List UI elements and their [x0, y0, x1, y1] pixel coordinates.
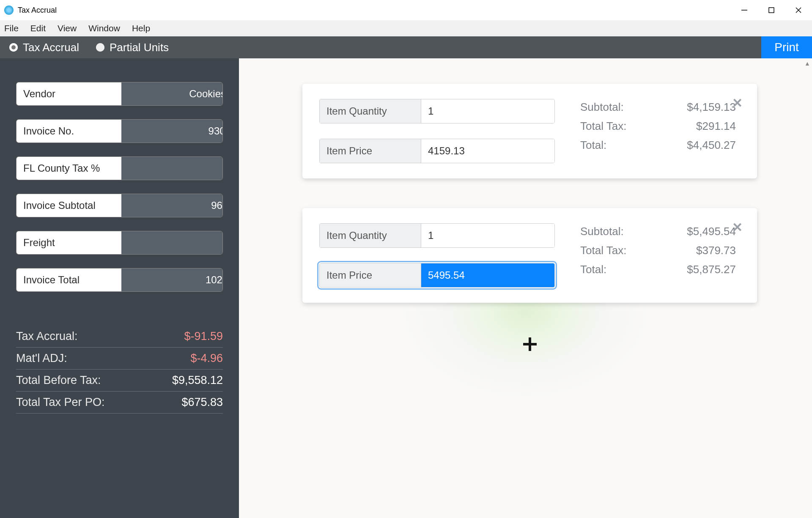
tab-partial-units[interactable]: Partial Units — [96, 41, 169, 54]
item-quantity-input[interactable] — [421, 224, 554, 247]
print-button-label: Print — [774, 41, 799, 54]
field-invoice-no-value[interactable] — [121, 120, 223, 143]
field-invoice-total-label: Invoice Total — [16, 269, 121, 291]
radio-selected-icon — [9, 43, 18, 52]
maximize-button[interactable] — [758, 0, 785, 20]
item-total-value: $4,450.27 — [668, 139, 736, 152]
item-tax-value: $379.73 — [668, 244, 736, 257]
summary-total-tax-per-po-label: Total Tax Per PO: — [16, 396, 105, 409]
summary-total-before-tax-label: Total Before Tax: — [16, 374, 101, 387]
summary-tax-accrual-value: $-91.59 — [184, 330, 223, 343]
item-total-row: Total: $4,450.27 — [580, 139, 736, 152]
field-invoice-subtotal: Invoice Subtotal — [16, 194, 223, 217]
item-quantity-label: Item Quantity — [320, 99, 421, 123]
menu-view[interactable]: View — [58, 23, 77, 33]
field-invoice-no: Invoice No. — [16, 119, 223, 143]
remove-item-button[interactable]: ✕ — [732, 220, 743, 235]
item-price-input[interactable] — [421, 139, 554, 163]
item-card: ✕ Item Quantity Item Price Subtotal: $5,… — [302, 208, 757, 303]
close-button[interactable] — [785, 0, 812, 20]
item-total-label: Total: — [580, 263, 606, 276]
summary-tax-accrual: Tax Accrual: $-91.59 — [16, 326, 223, 348]
summary-matl-adj-value: $-4.96 — [190, 352, 223, 365]
field-vendor: Vendor — [16, 82, 223, 106]
print-button[interactable]: Print — [761, 36, 812, 58]
field-invoice-subtotal-label: Invoice Subtotal — [16, 194, 121, 217]
field-invoice-no-label: Invoice No. — [16, 120, 121, 143]
field-invoice-total: Invoice Total — [16, 268, 223, 292]
plus-icon — [521, 336, 538, 353]
main: ▲ ✕ Item Quantity Item Price Subtotal: $… — [239, 58, 812, 518]
item-card: ✕ Item Quantity Item Price Subtotal: $4,… — [302, 84, 757, 178]
menu-edit[interactable]: Edit — [30, 23, 46, 33]
menu-window[interactable]: Window — [88, 23, 120, 33]
item-total-row: Total: $5,875.27 — [580, 263, 736, 276]
item-subtotal-value: $5,495.54 — [668, 225, 736, 238]
item-price-input[interactable] — [421, 263, 554, 287]
app-icon — [4, 5, 14, 15]
item-price-field: Item Price — [319, 263, 555, 288]
item-quantity-field: Item Quantity — [319, 99, 555, 123]
field-freight-value[interactable] — [121, 231, 223, 254]
maximize-icon — [768, 7, 775, 14]
summary: Tax Accrual: $-91.59 Mat'l ADJ: $-4.96 T… — [16, 326, 223, 414]
svg-rect-1 — [769, 8, 774, 13]
item-total-label: Total: — [580, 139, 606, 152]
field-vendor-value[interactable] — [121, 82, 223, 105]
menu-help[interactable]: Help — [132, 23, 150, 33]
summary-total-before-tax: Total Before Tax: $9,558.12 — [16, 370, 223, 392]
item-subtotal-value: $4,159.13 — [668, 101, 736, 114]
field-freight: Freight — [16, 231, 223, 255]
item-subtotal-label: Subtotal: — [580, 101, 624, 114]
remove-item-button[interactable]: ✕ — [732, 96, 743, 110]
summary-total-before-tax-value: $9,558.12 — [172, 374, 223, 387]
item-quantity-field: Item Quantity — [319, 223, 555, 248]
item-subtotal-row: Subtotal: $4,159.13 — [580, 101, 736, 114]
sidebar: Vendor Invoice No. FL County Tax % Invoi… — [0, 58, 239, 518]
close-icon — [795, 6, 802, 14]
optionbar: Tax Accrual Partial Units Print — [0, 36, 812, 58]
item-tax-label: Total Tax: — [580, 120, 626, 133]
summary-matl-adj-label: Mat'l ADJ: — [16, 352, 67, 365]
tab-tax-accrual-label: Tax Accrual — [23, 41, 79, 54]
summary-total-tax-per-po-value: $675.83 — [181, 396, 223, 409]
field-invoice-subtotal-value[interactable] — [121, 194, 223, 217]
item-tax-label: Total Tax: — [580, 244, 626, 257]
field-county-tax-label: FL County Tax % — [16, 157, 121, 180]
field-county-tax-value[interactable] — [121, 157, 223, 180]
scroll-up-icon[interactable]: ▲ — [804, 60, 810, 66]
body: Vendor Invoice No. FL County Tax % Invoi… — [0, 58, 812, 518]
item-total-value: $5,875.27 — [668, 263, 736, 276]
app-title: Tax Accrual — [18, 6, 57, 15]
window-controls — [731, 0, 812, 20]
field-county-tax: FL County Tax % — [16, 156, 223, 180]
menu-file[interactable]: File — [4, 23, 19, 33]
minimize-button[interactable] — [731, 0, 758, 20]
add-item-button[interactable] — [518, 332, 542, 356]
radio-unselected-icon — [96, 43, 104, 52]
item-tax-row: Total Tax: $291.14 — [580, 120, 736, 133]
item-tax-value: $291.14 — [668, 120, 736, 133]
summary-matl-adj: Mat'l ADJ: $-4.96 — [16, 348, 223, 370]
menubar: File Edit View Window Help — [0, 20, 812, 36]
tab-partial-units-label: Partial Units — [110, 41, 169, 54]
item-price-label: Item Price — [320, 263, 421, 287]
item-quantity-label: Item Quantity — [320, 224, 421, 247]
item-tax-row: Total Tax: $379.73 — [580, 244, 736, 257]
summary-total-tax-per-po: Total Tax Per PO: $675.83 — [16, 392, 223, 414]
item-subtotal-label: Subtotal: — [580, 225, 624, 238]
field-invoice-total-value[interactable] — [121, 269, 223, 291]
tab-tax-accrual[interactable]: Tax Accrual — [9, 41, 79, 54]
item-price-label: Item Price — [320, 139, 421, 163]
summary-tax-accrual-label: Tax Accrual: — [16, 330, 78, 343]
item-subtotal-row: Subtotal: $5,495.54 — [580, 225, 736, 238]
field-vendor-label: Vendor — [16, 82, 121, 105]
item-price-field: Item Price — [319, 139, 555, 163]
minimize-icon — [741, 6, 748, 14]
titlebar: Tax Accrual — [0, 0, 812, 20]
item-quantity-input[interactable] — [421, 99, 554, 123]
field-freight-label: Freight — [16, 231, 121, 254]
